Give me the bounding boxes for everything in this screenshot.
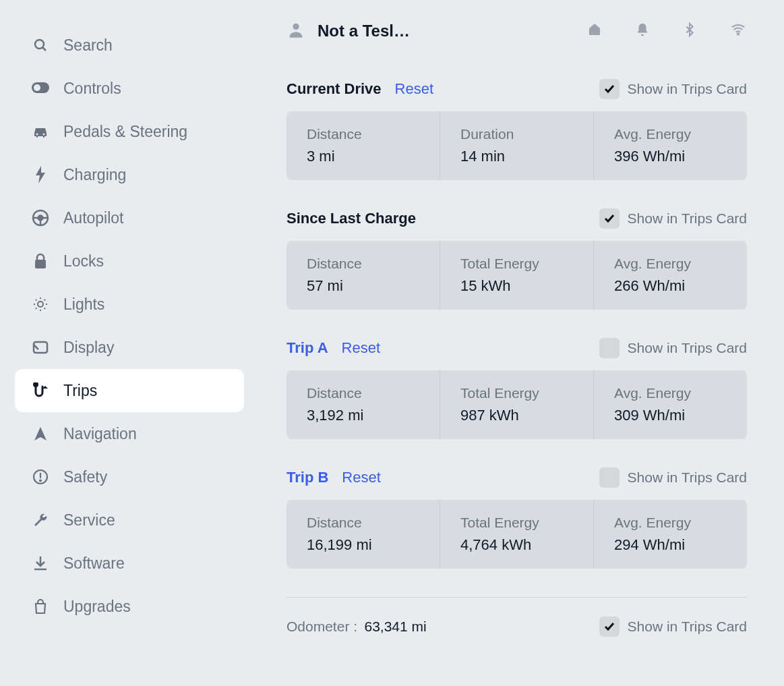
sidebar-item-label: Service — [63, 511, 115, 530]
sidebar-item-label: Charging — [63, 166, 126, 184]
metric-label: Avg. Energy — [614, 515, 727, 531]
show-in-card-group: Show in Trips Card — [599, 79, 747, 99]
trip-section: Trip BResetShow in Trips CardDistance16,… — [287, 467, 747, 569]
metric-cell: Distance3 mi — [287, 111, 440, 180]
main-content: Not a Tesl… Current DriveResetShow in Tr… — [256, 0, 784, 686]
show-in-card-checkbox[interactable] — [599, 467, 620, 488]
bag-icon — [31, 597, 50, 616]
sidebar-item-navigation[interactable]: Navigation — [0, 412, 256, 455]
trips-icon — [31, 381, 50, 400]
sidebar-item-label: Search — [63, 36, 113, 55]
odometer-checkbox-label: Show in Trips Card — [628, 619, 747, 635]
metric-label: Avg. Energy — [614, 126, 727, 142]
header: Not a Tesl… — [287, 20, 747, 42]
trip-title[interactable]: Trip A — [287, 339, 328, 357]
sidebar-item-service[interactable]: Service — [0, 498, 256, 542]
svg-point-32 — [737, 33, 739, 34]
metric-cell: Avg. Energy396 Wh/mi — [594, 111, 747, 180]
sidebar-item-label: Navigation — [63, 425, 137, 443]
reset-link[interactable]: Reset — [395, 80, 433, 98]
odometer-checkbox-group: Show in Trips Card — [599, 617, 747, 637]
trip-header: Since Last ChargeShow in Trips Card — [287, 208, 747, 229]
sidebar: SearchControlsPedals & SteeringChargingA… — [0, 0, 256, 686]
metric-label: Total Energy — [460, 515, 573, 531]
sidebar-item-pedals-steering[interactable]: Pedals & Steering — [0, 110, 256, 153]
sidebar-item-controls[interactable]: Controls — [0, 67, 256, 110]
metric-label: Total Energy — [460, 385, 573, 401]
metric-value: 3,192 mi — [307, 407, 419, 424]
svg-line-19 — [36, 308, 37, 310]
metric-cell: Distance57 mi — [287, 241, 440, 310]
show-in-card-checkbox[interactable] — [599, 338, 620, 358]
trip-header: Trip BResetShow in Trips Card — [287, 467, 747, 488]
user-profile[interactable]: Not a Tesl… — [287, 20, 410, 42]
metrics-row: Distance57 miTotal Energy15 kWhAvg. Ener… — [287, 241, 747, 310]
metric-value: 3 mi — [307, 148, 419, 165]
svg-point-12 — [38, 302, 43, 307]
sidebar-item-label: Display — [63, 339, 114, 357]
sidebar-item-label: Software — [63, 554, 125, 573]
metric-value: 309 Wh/mi — [614, 407, 727, 424]
metric-value: 14 min — [460, 148, 573, 165]
wifi-icon[interactable] — [729, 22, 747, 40]
metric-cell: Avg. Energy309 Wh/mi — [594, 370, 747, 439]
odometer-value: 63,341 mi — [365, 619, 427, 634]
show-in-card-checkbox[interactable] — [599, 208, 620, 229]
svg-line-18 — [44, 308, 46, 310]
home-icon[interactable] — [586, 22, 603, 40]
metric-cell: Duration14 min — [440, 111, 594, 180]
trip-title-group: Current DriveReset — [287, 80, 433, 98]
svg-line-20 — [44, 299, 46, 301]
svg-point-29 — [293, 24, 299, 30]
svg-line-17 — [36, 299, 37, 301]
svg-point-3 — [34, 84, 40, 91]
metric-label: Duration — [460, 126, 573, 142]
svg-point-5 — [43, 134, 45, 136]
user-icon — [287, 20, 305, 42]
metric-label: Total Energy — [460, 256, 573, 272]
sidebar-item-safety[interactable]: Safety — [0, 455, 256, 498]
trip-section: Trip AResetShow in Trips CardDistance3,1… — [287, 338, 747, 439]
metric-cell: Total Energy987 kWh — [440, 370, 594, 439]
display-icon — [31, 338, 50, 357]
metric-label: Avg. Energy — [614, 385, 727, 401]
toggle-icon — [31, 79, 50, 98]
metric-cell: Avg. Energy294 Wh/mi — [594, 500, 747, 569]
sidebar-item-software[interactable]: Software — [0, 542, 256, 585]
sidebar-item-charging[interactable]: Charging — [0, 153, 256, 196]
sidebar-item-upgrades[interactable]: Upgrades — [0, 585, 256, 628]
metric-value: 15 kWh — [460, 277, 573, 295]
user-name: Not a Tesl… — [318, 22, 410, 40]
download-icon — [31, 554, 50, 573]
trip-title-group: Trip AReset — [287, 339, 380, 357]
sidebar-item-display[interactable]: Display — [0, 326, 256, 369]
bluetooth-icon[interactable] — [682, 21, 697, 41]
sidebar-item-search[interactable]: Search — [0, 24, 256, 67]
sidebar-item-label: Autopilot — [63, 209, 124, 227]
sidebar-item-locks[interactable]: Locks — [0, 239, 256, 283]
sidebar-item-trips[interactable]: Trips — [15, 369, 244, 412]
trip-title[interactable]: Trip B — [287, 469, 328, 486]
metric-cell: Avg. Energy266 Wh/mi — [594, 241, 747, 310]
metrics-row: Distance3 miDuration14 minAvg. Energy396… — [287, 111, 747, 180]
reset-link[interactable]: Reset — [342, 469, 380, 486]
show-in-card-checkbox[interactable] — [599, 79, 620, 99]
show-in-card-group: Show in Trips Card — [599, 208, 747, 229]
reset-link[interactable]: Reset — [342, 339, 380, 357]
sidebar-item-autopilot[interactable]: Autopilot — [0, 196, 256, 239]
sidebar-item-lights[interactable]: Lights — [0, 283, 256, 326]
trip-title: Current Drive — [287, 80, 382, 98]
svg-rect-30 — [591, 31, 598, 32]
svg-line-1 — [43, 48, 47, 51]
odometer-row: Odometer : 63,341 mi Show in Trips Card — [287, 597, 747, 637]
sidebar-item-label: Pedals & Steering — [63, 123, 187, 141]
sidebar-item-label: Safety — [63, 468, 107, 486]
metric-value: 57 mi — [307, 277, 419, 295]
metrics-row: Distance16,199 miTotal Energy4,764 kWhAv… — [287, 500, 747, 569]
sidebar-item-label: Controls — [63, 80, 121, 98]
svg-point-7 — [38, 216, 43, 221]
odometer-checkbox[interactable] — [599, 617, 620, 637]
trips-container: Current DriveResetShow in Trips CardDist… — [287, 79, 747, 569]
bell-icon[interactable] — [635, 22, 650, 40]
sidebar-item-label: Locks — [63, 252, 104, 270]
